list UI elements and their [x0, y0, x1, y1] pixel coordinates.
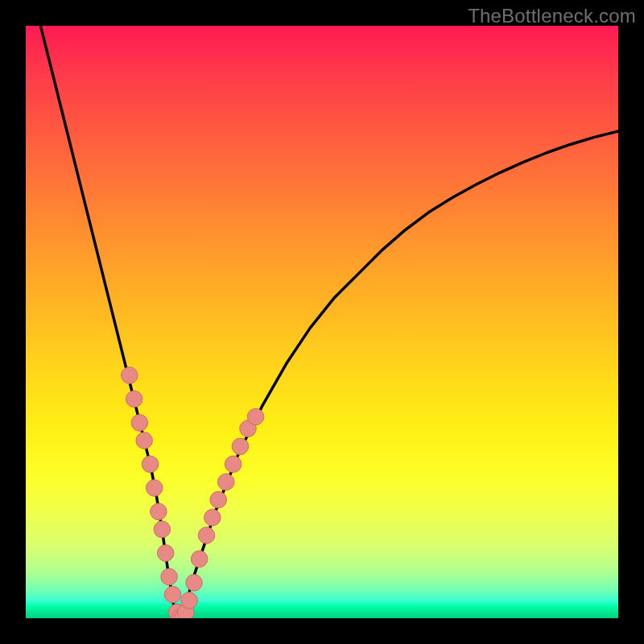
data-marker	[232, 438, 249, 455]
data-marker	[146, 480, 163, 497]
data-marker	[164, 586, 181, 603]
data-marker	[131, 415, 148, 431]
data-marker	[247, 408, 264, 425]
data-marker	[157, 545, 174, 562]
data-marker	[210, 492, 227, 509]
chart-frame: TheBottleneck.com	[0, 0, 644, 644]
data-markers	[122, 367, 264, 618]
data-marker	[225, 456, 242, 473]
data-marker	[126, 390, 142, 407]
data-marker	[181, 592, 198, 609]
data-marker	[198, 527, 215, 544]
data-marker	[204, 510, 221, 526]
bottleneck-curve	[26, 26, 618, 618]
plot-area	[26, 26, 618, 618]
data-marker	[161, 568, 178, 585]
chart-svg	[26, 26, 618, 618]
data-marker	[122, 367, 138, 384]
data-marker	[186, 575, 203, 592]
data-marker	[217, 473, 234, 490]
data-marker	[191, 551, 208, 568]
data-marker	[136, 432, 153, 449]
data-marker	[142, 456, 159, 473]
data-marker	[154, 521, 171, 538]
data-marker	[151, 503, 167, 520]
watermark-text: TheBottleneck.com	[468, 5, 636, 27]
